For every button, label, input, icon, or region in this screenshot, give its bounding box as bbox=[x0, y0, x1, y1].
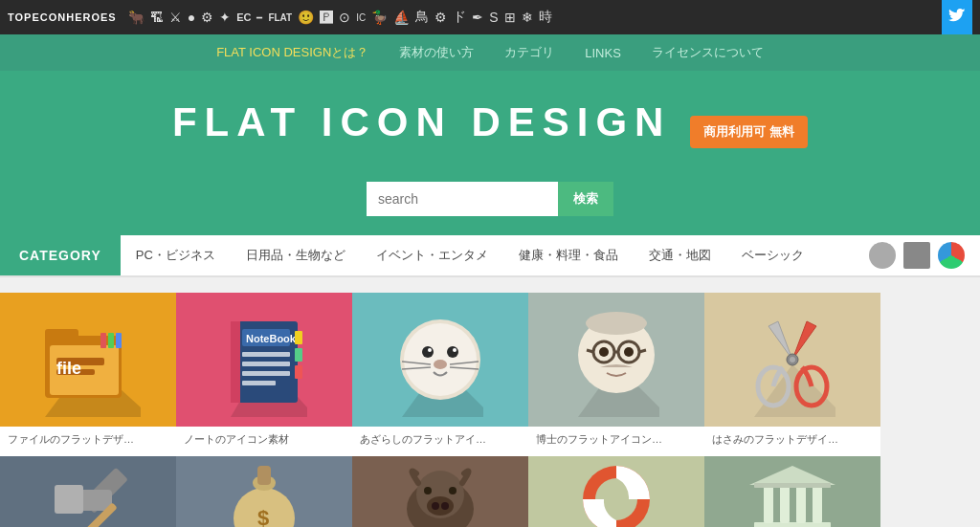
svg-rect-72 bbox=[796, 485, 806, 523]
svg-point-43 bbox=[624, 347, 634, 357]
topbar: TOPECONHEROES 🐂 🏗 ⚔ ● ⚙ ✦ EC ━ FLAT 🙂 🅿 … bbox=[0, 0, 980, 34]
search-input[interactable] bbox=[367, 182, 558, 216]
svg-rect-6 bbox=[100, 333, 106, 348]
svg-point-27 bbox=[428, 348, 432, 352]
list-item[interactable]: NoteBook ノートのアイコン素材 bbox=[176, 293, 352, 456]
list-item[interactable]: あざらしのフラットアイ… bbox=[352, 293, 528, 456]
topbar-icon-do[interactable]: ド bbox=[453, 9, 466, 26]
svg-point-46 bbox=[790, 357, 795, 362]
topbar-icon-time[interactable]: 時 bbox=[539, 9, 552, 26]
card-image-bull bbox=[352, 456, 528, 527]
svg-rect-19 bbox=[295, 331, 302, 344]
category-bar: CATEGORY PC・ビジネス 日用品・生物など イベント・エンタメ 健康・料… bbox=[0, 235, 980, 277]
topbar-icon-1[interactable]: 🐂 bbox=[128, 10, 145, 25]
card-image-building bbox=[704, 456, 880, 527]
topbar-icon-3[interactable]: ⚔ bbox=[169, 10, 182, 25]
topbar-icon-duck[interactable]: 🦆 bbox=[371, 10, 388, 25]
icon-grid: file ファイルのフラットデザ… NoteBook bbox=[0, 293, 980, 527]
nav-category[interactable]: カテゴリ bbox=[504, 44, 554, 61]
topbar-icon-circle[interactable]: ⊙ bbox=[339, 10, 350, 25]
svg-point-64 bbox=[424, 487, 432, 494]
svg-rect-51 bbox=[55, 485, 83, 514]
svg-point-25 bbox=[422, 346, 434, 358]
svg-point-63 bbox=[441, 502, 449, 510]
cat-event[interactable]: イベント・エンタメ bbox=[361, 235, 503, 275]
svg-rect-71 bbox=[780, 485, 790, 523]
search-button[interactable]: 検索 bbox=[558, 182, 613, 216]
svg-rect-17 bbox=[242, 381, 276, 385]
card-label: ノートのアイコン素材 bbox=[176, 427, 352, 456]
topbar-icon-line[interactable]: ━ bbox=[256, 12, 262, 23]
card-label: 博士のフラットアイコン… bbox=[528, 427, 704, 456]
cat-pc-business[interactable]: PC・ビジネス bbox=[121, 235, 231, 275]
topbar-icon-s[interactable]: S bbox=[489, 10, 498, 25]
card-image-lifering bbox=[528, 456, 704, 527]
cat-transport[interactable]: 交通・地図 bbox=[634, 235, 726, 275]
list-item[interactable]: $ お金袋のフラット… bbox=[176, 456, 352, 527]
svg-point-29 bbox=[434, 360, 447, 369]
filter-colorful[interactable] bbox=[938, 242, 965, 269]
hero-title: FLAT ICON DESIGN bbox=[172, 99, 672, 145]
cat-daily[interactable]: 日用品・生物など bbox=[231, 235, 361, 275]
topbar-icon-grid[interactable]: ⊞ bbox=[504, 10, 516, 25]
topbar-icon-snow[interactable]: ❄ bbox=[522, 10, 533, 25]
svg-point-36 bbox=[586, 312, 647, 335]
twitter-button[interactable] bbox=[942, 0, 972, 34]
svg-point-61 bbox=[427, 496, 454, 516]
hero-badge: 商用利用可 無料 bbox=[690, 116, 808, 148]
svg-point-65 bbox=[449, 487, 457, 494]
nav-license[interactable]: ライセンスについて bbox=[652, 44, 764, 61]
svg-rect-75 bbox=[754, 483, 831, 488]
card-label: あざらしのフラットアイ… bbox=[352, 427, 528, 456]
svg-rect-21 bbox=[295, 365, 302, 379]
cat-health[interactable]: 健康・料理・食品 bbox=[503, 235, 634, 275]
svg-marker-74 bbox=[749, 466, 835, 485]
svg-text:$: $ bbox=[257, 506, 269, 527]
list-item[interactable]: 博士のフラットアイコン… bbox=[528, 293, 704, 456]
list-item[interactable]: ハンマーのフラット… bbox=[0, 456, 176, 527]
svg-rect-20 bbox=[295, 348, 302, 362]
icon-grid-container: file ファイルのフラットデザ… NoteBook bbox=[0, 277, 980, 527]
topbar-icon-smile[interactable]: 🙂 bbox=[298, 10, 314, 25]
list-item[interactable]: 建物のフラット… bbox=[704, 456, 880, 527]
filter-gray[interactable] bbox=[869, 242, 896, 269]
svg-rect-70 bbox=[764, 485, 773, 523]
svg-rect-57 bbox=[257, 466, 271, 485]
topbar-icon-pen[interactable]: ✒ bbox=[472, 10, 483, 25]
list-item[interactable]: ライフリングのフラット… bbox=[528, 456, 704, 527]
list-item[interactable]: 牛のフラットアイコン… bbox=[352, 456, 528, 527]
topbar-icon-5[interactable]: ⚙ bbox=[201, 10, 213, 25]
card-image-file: file bbox=[0, 293, 176, 427]
svg-rect-18 bbox=[231, 321, 240, 403]
card-image-notebook: NoteBook bbox=[176, 293, 352, 427]
topbar-icon-bird[interactable]: 鳥 bbox=[415, 9, 429, 26]
svg-rect-2 bbox=[45, 329, 78, 340]
cat-basic[interactable]: ベーシック bbox=[726, 235, 819, 275]
card-image-seal bbox=[352, 293, 528, 427]
nav-usage[interactable]: 素材の使い方 bbox=[399, 44, 474, 61]
svg-text:NoteBook: NoteBook bbox=[246, 333, 297, 344]
svg-line-40 bbox=[587, 350, 593, 352]
topbar-icon-ship[interactable]: ⛵ bbox=[393, 10, 410, 25]
topbar-icon-4[interactable]: ● bbox=[188, 10, 195, 25]
topbar-icon-ec[interactable]: EC bbox=[236, 11, 251, 23]
card-image-doctor bbox=[528, 293, 704, 427]
brand-logo[interactable]: TOPECONHEROES bbox=[8, 11, 117, 23]
topbar-icon-6[interactable]: ✦ bbox=[219, 10, 231, 25]
svg-point-28 bbox=[453, 348, 457, 352]
svg-rect-16 bbox=[242, 371, 290, 376]
nav-about[interactable]: FLAT ICON DESIGNとは？ bbox=[216, 44, 368, 61]
filter-dark[interactable] bbox=[903, 242, 930, 269]
svg-rect-8 bbox=[116, 333, 122, 348]
svg-text:file: file bbox=[56, 359, 81, 378]
topbar-icon-p[interactable]: 🅿 bbox=[320, 10, 333, 25]
list-item[interactable]: はさみのフラットデザイ… bbox=[704, 293, 880, 456]
topbar-icon-icon[interactable]: IC bbox=[356, 12, 366, 23]
topbar-icon-gear[interactable]: ⚙ bbox=[434, 10, 447, 25]
topbar-icon-2[interactable]: 🏗 bbox=[150, 10, 164, 25]
svg-rect-73 bbox=[813, 485, 822, 523]
list-item[interactable]: file ファイルのフラットデザ… bbox=[0, 293, 176, 456]
topbar-icon-flat[interactable]: FLAT bbox=[268, 12, 292, 23]
card-image-hammer bbox=[0, 456, 176, 527]
nav-links[interactable]: LINKS bbox=[585, 46, 621, 60]
